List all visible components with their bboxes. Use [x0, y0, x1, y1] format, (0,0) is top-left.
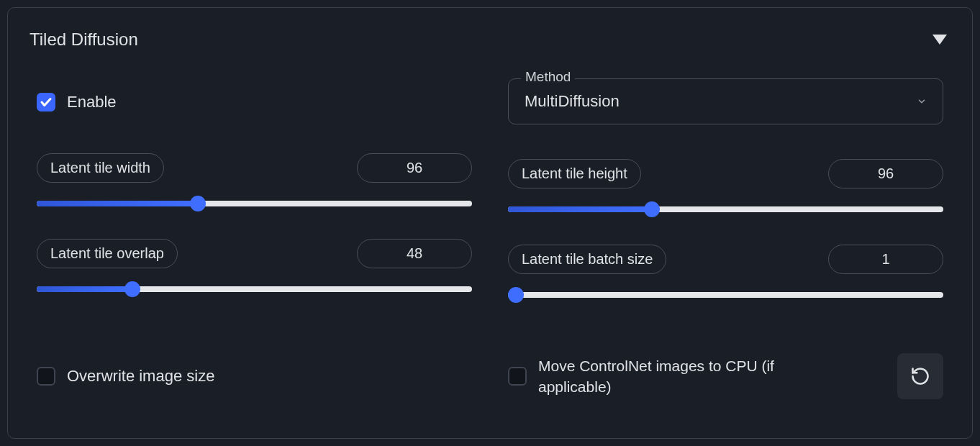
move-cn-row: Move ControlNet images to CPU (if applic… — [508, 355, 812, 398]
tile-overlap-slider[interactable] — [37, 281, 472, 297]
latent-tile-height-row: Latent tile height 96 — [508, 159, 943, 217]
method-field: Method MultiDiffusion — [508, 78, 943, 124]
method-value: MultiDiffusion — [525, 92, 620, 111]
tile-batch-slider[interactable] — [508, 287, 943, 303]
tile-overlap-label: Latent tile overlap — [37, 239, 178, 268]
collapse-icon[interactable] — [933, 35, 947, 45]
latent-tile-width-row: Latent tile width 96 — [37, 153, 472, 211]
latent-tile-overlap-row: Latent tile overlap 48 — [37, 239, 472, 297]
tile-height-label: Latent tile height — [508, 159, 641, 188]
enable-row: Enable — [37, 93, 472, 112]
tiled-diffusion-panel: Tiled Diffusion Enable Latent tile width… — [7, 7, 973, 439]
method-label: Method — [521, 69, 575, 85]
overwrite-row: Overwrite image size — [37, 367, 472, 386]
enable-label: Enable — [67, 93, 117, 112]
chevron-down-icon — [917, 96, 927, 106]
move-cn-checkbox[interactable] — [508, 367, 527, 386]
enable-checkbox[interactable] — [37, 93, 55, 112]
tile-height-slider[interactable] — [508, 201, 943, 217]
tile-batch-label: Latent tile batch size — [508, 245, 666, 274]
overwrite-label: Overwrite image size — [67, 367, 214, 386]
tile-overlap-value[interactable]: 48 — [357, 239, 472, 268]
tile-width-label: Latent tile width — [37, 153, 164, 183]
tile-width-value[interactable]: 96 — [357, 153, 472, 183]
latent-tile-batch-row: Latent tile batch size 1 — [508, 245, 943, 303]
panel-header: Tiled Diffusion — [30, 29, 950, 50]
panel-title: Tiled Diffusion — [30, 29, 138, 50]
tile-width-slider[interactable] — [37, 196, 472, 211]
method-select[interactable]: MultiDiffusion — [508, 78, 943, 124]
refresh-button[interactable] — [897, 353, 943, 399]
move-cn-label: Move ControlNet images to CPU (if applic… — [538, 355, 812, 398]
overwrite-checkbox[interactable] — [37, 367, 55, 386]
tile-height-value[interactable]: 96 — [828, 159, 943, 188]
tile-batch-value[interactable]: 1 — [828, 245, 943, 274]
refresh-icon — [910, 366, 930, 386]
